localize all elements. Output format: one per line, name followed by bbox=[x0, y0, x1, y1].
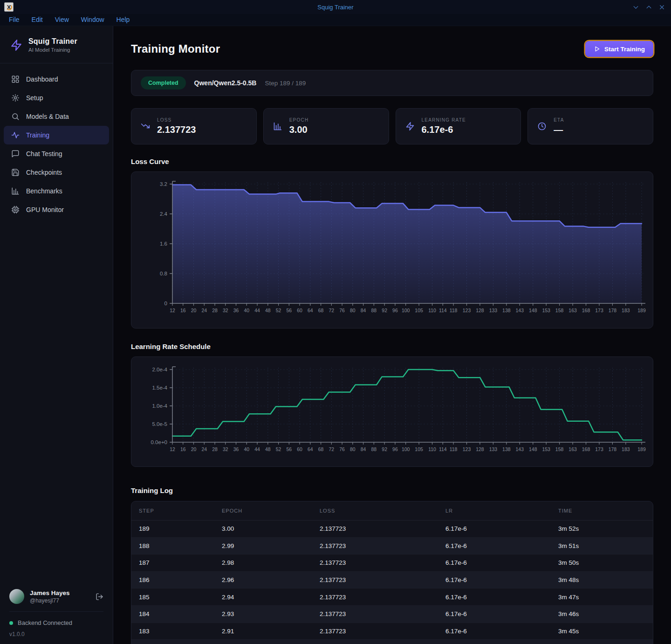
svg-text:158: 158 bbox=[555, 308, 564, 313]
sidebar-item-benchmarks[interactable]: Benchmarks bbox=[4, 182, 109, 200]
close-button[interactable] bbox=[658, 4, 665, 11]
table-row: 1872.982.1377236.17e-63m 50s bbox=[131, 555, 653, 572]
bar-chart-icon bbox=[11, 187, 20, 195]
user-row: James Hayes @hayesjl77 bbox=[9, 589, 103, 612]
sidebar-item-label: Chat Testing bbox=[26, 150, 62, 158]
svg-text:24: 24 bbox=[201, 446, 207, 452]
svg-text:173: 173 bbox=[595, 446, 603, 452]
svg-text:44: 44 bbox=[254, 308, 260, 313]
table-cell: 2.137723 bbox=[312, 610, 438, 617]
svg-text:183: 183 bbox=[622, 446, 630, 452]
zap-logo-icon bbox=[10, 39, 22, 51]
maximize-button[interactable] bbox=[645, 4, 652, 11]
svg-text:110: 110 bbox=[428, 446, 436, 452]
table-cell: 3m 52s bbox=[551, 525, 653, 532]
training-log-table: STEPEPOCHLOSSLRTIME 1893.002.1377236.17e… bbox=[131, 501, 653, 644]
sidebar-item-label: Training bbox=[26, 131, 49, 139]
svg-text:148: 148 bbox=[529, 308, 537, 313]
svg-text:52: 52 bbox=[276, 446, 281, 452]
table-cell: 2.137723 bbox=[312, 628, 438, 635]
svg-text:68: 68 bbox=[318, 446, 324, 452]
svg-text:0.8: 0.8 bbox=[160, 271, 167, 276]
svg-text:114: 114 bbox=[439, 446, 447, 452]
svg-text:88: 88 bbox=[371, 308, 377, 313]
table-row: 1852.942.1377236.17e-63m 47s bbox=[131, 589, 653, 606]
table-row-partial bbox=[131, 640, 653, 644]
svg-text:20: 20 bbox=[191, 308, 197, 313]
sidebar-item-chat-testing[interactable]: Chat Testing bbox=[4, 144, 109, 163]
svg-text:20: 20 bbox=[191, 446, 197, 452]
svg-text:183: 183 bbox=[622, 308, 630, 313]
svg-text:72: 72 bbox=[329, 446, 335, 452]
svg-text:143: 143 bbox=[516, 446, 524, 452]
sidebar-item-checkpoints[interactable]: Checkpoints bbox=[4, 163, 109, 182]
chat-icon bbox=[11, 150, 20, 158]
table-cell: 3m 51s bbox=[551, 542, 653, 549]
avatar bbox=[9, 589, 24, 604]
minimize-button[interactable] bbox=[632, 4, 639, 11]
stat-value: 3.00 bbox=[289, 124, 309, 135]
menu-help[interactable]: Help bbox=[110, 15, 136, 25]
sidebar-item-label: GPU Monitor bbox=[26, 206, 64, 213]
svg-text:28: 28 bbox=[212, 446, 218, 452]
svg-text:158: 158 bbox=[555, 446, 564, 452]
logout-icon[interactable] bbox=[96, 593, 103, 601]
svg-text:36: 36 bbox=[233, 446, 239, 452]
table-row: 1862.962.1377236.17e-63m 48s bbox=[131, 572, 653, 589]
table-cell: 2.137723 bbox=[312, 542, 438, 549]
dashboard-icon bbox=[11, 75, 20, 83]
sidebar-item-models-data[interactable]: Models & Data bbox=[4, 107, 109, 126]
model-name: Qwen/Qwen2.5-0.5B bbox=[194, 79, 257, 87]
menu-window[interactable]: Window bbox=[75, 15, 110, 25]
sidebar-item-setup[interactable]: Setup bbox=[4, 89, 109, 107]
table-cell: 3m 46s bbox=[551, 610, 653, 617]
table-cell: 3m 50s bbox=[551, 559, 653, 566]
table-body: 1893.002.1377236.17e-63m 52s1882.992.137… bbox=[131, 521, 653, 644]
table-cell: 187 bbox=[131, 559, 214, 566]
table-cell: 3.00 bbox=[214, 525, 312, 532]
table-cell: 6.17e-6 bbox=[438, 525, 551, 532]
svg-text:0.0e+0: 0.0e+0 bbox=[151, 439, 168, 445]
window-controls bbox=[632, 0, 665, 14]
svg-text:56: 56 bbox=[286, 308, 292, 313]
sidebar-item-gpu-monitor[interactable]: GPU Monitor bbox=[4, 200, 109, 219]
sidebar-item-label: Checkpoints bbox=[26, 169, 62, 176]
svg-text:105: 105 bbox=[415, 446, 423, 452]
menu-file[interactable]: File bbox=[3, 15, 26, 25]
svg-text:3.2: 3.2 bbox=[160, 181, 167, 187]
sidebar-bottom: James Hayes @hayesjl77 Backend Connected… bbox=[0, 582, 113, 644]
svg-text:123: 123 bbox=[463, 308, 471, 313]
table-row: 1842.932.1377236.17e-63m 46s bbox=[131, 606, 653, 623]
stat-card-learning-rate: LEARNING RATE6.17e-6 bbox=[396, 108, 521, 144]
svg-text:153: 153 bbox=[542, 446, 550, 452]
table-row: 1893.002.1377236.17e-63m 52s bbox=[131, 521, 653, 538]
table-cell: 6.17e-6 bbox=[438, 610, 551, 617]
start-training-button[interactable]: Start Training bbox=[585, 41, 653, 57]
menu-edit[interactable]: Edit bbox=[26, 15, 49, 25]
table-cell: 6.17e-6 bbox=[438, 628, 551, 635]
stat-value: 6.17e-6 bbox=[422, 124, 466, 135]
svg-text:118: 118 bbox=[450, 308, 458, 313]
lr-schedule-chart: 2.0e-41.5e-41.0e-45.0e-50.0e+01216202428… bbox=[131, 357, 656, 466]
stat-card-eta: ETA— bbox=[527, 108, 653, 144]
table-cell: 2.99 bbox=[214, 542, 312, 549]
table-cell: 6.17e-6 bbox=[438, 542, 551, 549]
svg-text:76: 76 bbox=[339, 308, 345, 313]
app-subtitle: AI Model Training bbox=[28, 47, 77, 53]
table-cell: 2.94 bbox=[214, 594, 312, 601]
column-header-time: TIME bbox=[551, 508, 653, 514]
svg-text:148: 148 bbox=[529, 446, 537, 452]
status-dot bbox=[9, 621, 13, 625]
save-icon bbox=[11, 168, 20, 177]
table-cell: 3m 45s bbox=[551, 628, 653, 635]
menu-view[interactable]: View bbox=[49, 15, 75, 25]
svg-text:72: 72 bbox=[329, 308, 335, 313]
window-title: Squig Trainer bbox=[0, 4, 671, 11]
sidebar-item-dashboard[interactable]: Dashboard bbox=[4, 70, 109, 89]
svg-text:123: 123 bbox=[463, 446, 471, 452]
sidebar-item-training[interactable]: Training bbox=[4, 126, 109, 144]
table-cell: 186 bbox=[131, 576, 214, 583]
bar-chart-icon bbox=[273, 122, 282, 131]
svg-text:178: 178 bbox=[609, 446, 617, 452]
svg-text:153: 153 bbox=[542, 308, 550, 313]
